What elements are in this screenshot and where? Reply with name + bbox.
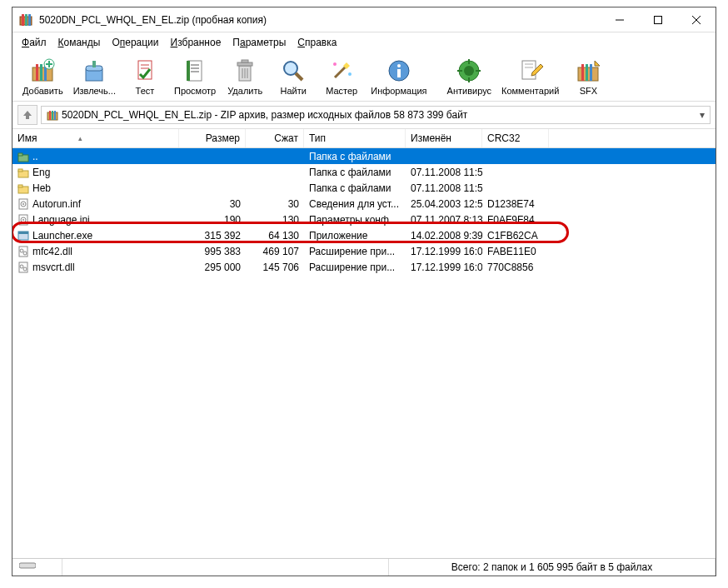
svg-rect-5 — [655, 16, 662, 23]
toolbar-test[interactable]: Тест — [121, 56, 169, 97]
menu-file[interactable]: Файл — [16, 34, 52, 51]
minimize-button[interactable] — [601, 7, 639, 32]
svg-line-34 — [335, 66, 347, 77]
dll-icon — [17, 262, 29, 273]
extract-icon — [81, 57, 107, 84]
file-row[interactable]: Language.ini190130Параметры конф...07.11… — [12, 212, 716, 227]
svg-point-36 — [333, 62, 337, 66]
file-rows: ..Папка с файламиEngПапка с файлами07.11… — [12, 148, 716, 275]
file-row[interactable]: Launcher.exe315 39264 130Приложение14.02… — [12, 227, 716, 243]
svg-point-42 — [464, 66, 474, 76]
view-icon — [182, 57, 208, 84]
up-button[interactable] — [17, 105, 37, 125]
sort-indicator-icon: ▴ — [78, 134, 82, 142]
file-row[interactable]: mfc42.dll995 383469 107Расширение при...… — [12, 243, 716, 259]
column-size[interactable]: Размер — [179, 129, 246, 147]
toolbar-comment-label: Комментарий — [501, 86, 559, 96]
toolbar-sfx[interactable]: SFX — [564, 56, 612, 97]
svg-rect-2 — [25, 14, 27, 26]
toolbar-wizard[interactable]: Мастер — [317, 56, 366, 97]
comment-icon — [517, 57, 544, 84]
exe-icon — [17, 230, 29, 242]
file-type: Расширение при... — [304, 246, 406, 257]
toolbar-info[interactable]: Информация — [366, 56, 431, 97]
column-type[interactable]: Тип — [304, 129, 406, 147]
file-list: Имя▴ Размер Сжат Тип Изменён CRC32 ..Пап… — [12, 129, 716, 558]
file-date: 07.11.2007 8:13 — [406, 214, 482, 226]
file-name: .. — [32, 151, 38, 162]
column-name[interactable]: Имя▴ — [12, 129, 179, 147]
ini-icon — [17, 214, 29, 226]
navbar: 5020DN_PCL_WHQL_EN_EL.zip - ZIP архив, р… — [12, 102, 716, 129]
file-crc: D1238E74 — [482, 198, 549, 210]
toolbar-add[interactable]: Добавить — [17, 56, 68, 97]
file-type: Папка с файлами — [304, 151, 406, 162]
svg-point-70 — [22, 219, 24, 221]
file-size: 30 — [179, 198, 246, 210]
toolbar-test-label: Тест — [136, 86, 155, 96]
file-date: 17.12.1999 16:00 — [406, 262, 482, 273]
file-row[interactable]: EngПапка с файлами07.11.2008 11:52 — [12, 164, 716, 180]
file-size: 295 000 — [179, 262, 246, 273]
svg-rect-56 — [49, 111, 51, 120]
file-packed: 64 130 — [246, 230, 304, 242]
svg-line-33 — [296, 73, 302, 80]
column-packed[interactable]: Сжат — [246, 129, 304, 147]
toolbar-find[interactable]: Найти — [269, 56, 317, 97]
dll-icon — [17, 246, 29, 257]
toolbar-antivirus[interactable]: Антивирус — [442, 56, 496, 97]
menu-help[interactable]: Справка — [292, 34, 342, 51]
svg-rect-62 — [18, 169, 22, 172]
svg-rect-40 — [397, 69, 401, 77]
info-icon — [386, 57, 412, 84]
svg-rect-1 — [22, 14, 24, 26]
file-size: 315 392 — [179, 230, 246, 242]
svg-point-39 — [397, 64, 401, 67]
menu-favorites[interactable]: Избранное — [165, 34, 227, 51]
wizard-icon — [328, 57, 355, 84]
file-name: Launcher.exe — [32, 230, 92, 242]
file-type: Параметры конф... — [304, 214, 406, 226]
file-row[interactable]: HebПапка с файлами07.11.2008 11:53 — [12, 180, 716, 196]
file-crc: FABE11E0 — [482, 246, 549, 257]
up-icon — [17, 151, 29, 162]
file-packed: 145 706 — [246, 262, 304, 273]
svg-rect-47 — [522, 61, 536, 79]
svg-rect-25 — [191, 71, 199, 72]
toolbar-comment[interactable]: Комментарий — [496, 56, 564, 97]
svg-rect-24 — [191, 67, 199, 69]
file-row[interactable]: ..Папка с файлами — [12, 148, 716, 164]
test-icon — [132, 57, 158, 84]
path-bar[interactable]: 5020DN_PCL_WHQL_EN_EL.zip - ZIP архив, р… — [41, 106, 711, 124]
svg-rect-79 — [19, 563, 36, 568]
column-crc[interactable]: CRC32 — [482, 129, 549, 147]
toolbar-view[interactable]: Просмотр — [169, 56, 221, 97]
menu-parameters[interactable]: Параметры — [227, 34, 292, 51]
svg-point-32 — [284, 62, 297, 75]
svg-rect-64 — [18, 185, 22, 187]
maximize-button[interactable] — [639, 7, 677, 32]
window-buttons — [601, 7, 716, 32]
menu-commands[interactable]: Команды — [52, 34, 107, 51]
file-type: Папка с файлами — [304, 167, 406, 178]
file-list-header: Имя▴ Размер Сжат Тип Изменён CRC32 — [12, 129, 716, 148]
delete-icon — [232, 57, 258, 84]
sfx-icon — [575, 57, 601, 84]
file-date: 07.11.2008 11:53 — [406, 182, 482, 194]
toolbar-extract[interactable]: Извлечь... — [68, 56, 121, 97]
file-size: 190 — [179, 214, 246, 226]
toolbar-delete[interactable]: Удалить — [221, 56, 269, 97]
file-size: 995 383 — [179, 246, 246, 257]
file-type: Сведения для уст... — [304, 198, 406, 210]
find-icon — [280, 57, 307, 84]
chevron-down-icon[interactable]: ▾ — [700, 109, 705, 121]
close-button[interactable] — [677, 7, 716, 32]
svg-rect-60 — [18, 153, 22, 156]
svg-rect-27 — [237, 62, 252, 66]
svg-marker-54 — [595, 61, 600, 66]
menu-operations[interactable]: Операции — [106, 34, 164, 51]
file-row[interactable]: msvcrt.dll295 000145 706Расширение при..… — [12, 259, 716, 275]
file-row[interactable]: Autorun.inf3030Сведения для уст...25.04.… — [12, 196, 716, 212]
column-modified[interactable]: Изменён — [406, 129, 482, 147]
svg-rect-28 — [242, 60, 248, 62]
